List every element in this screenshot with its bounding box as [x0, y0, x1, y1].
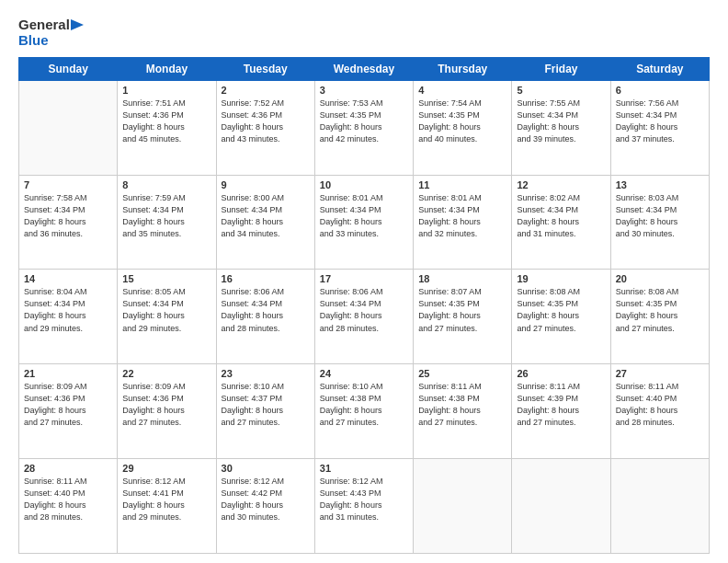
day-number: 29 — [122, 463, 210, 474]
calendar-week-row: 1Sunrise: 7:51 AMSunset: 4:36 PMDaylight… — [19, 80, 710, 175]
table-row: 5Sunrise: 7:55 AMSunset: 4:34 PMDaylight… — [512, 80, 610, 175]
table-row: 27Sunrise: 8:11 AMSunset: 4:40 PMDayligh… — [610, 364, 709, 459]
day-info: Sunrise: 8:04 AMSunset: 4:34 PMDaylight:… — [24, 286, 112, 334]
calendar-week-row: 14Sunrise: 8:04 AMSunset: 4:34 PMDayligh… — [19, 270, 710, 364]
day-info: Sunrise: 7:59 AMSunset: 4:34 PMDaylight:… — [122, 192, 210, 240]
day-info: Sunrise: 8:06 AMSunset: 4:34 PMDaylight:… — [320, 286, 408, 334]
day-number: 30 — [222, 463, 310, 474]
day-number: 20 — [616, 273, 704, 284]
table-row: 29Sunrise: 8:12 AMSunset: 4:41 PMDayligh… — [118, 459, 216, 554]
day-info: Sunrise: 8:12 AMSunset: 4:41 PMDaylight:… — [122, 476, 210, 523]
day-number: 3 — [320, 85, 408, 96]
day-info: Sunrise: 8:07 AMSunset: 4:35 PMDaylight:… — [418, 286, 506, 334]
day-info: Sunrise: 8:05 AMSunset: 4:34 PMDaylight:… — [122, 286, 210, 334]
day-number: 11 — [418, 179, 506, 190]
table-row: 20Sunrise: 8:08 AMSunset: 4:35 PMDayligh… — [610, 270, 709, 364]
table-row — [610, 459, 709, 554]
day-number: 6 — [616, 85, 704, 96]
logo: General Blue — [18, 17, 84, 50]
col-thursday: Thursday — [414, 57, 512, 80]
day-info: Sunrise: 7:55 AMSunset: 4:34 PMDaylight:… — [517, 98, 605, 145]
calendar-table: Sunday Monday Tuesday Wednesday Thursday… — [18, 57, 710, 554]
table-row — [19, 80, 118, 175]
table-row: 8Sunrise: 7:59 AMSunset: 4:34 PMDaylight… — [118, 175, 216, 270]
day-info: Sunrise: 8:11 AMSunset: 4:40 PMDaylight:… — [24, 476, 112, 523]
day-info: Sunrise: 8:11 AMSunset: 4:38 PMDaylight:… — [418, 381, 506, 429]
col-saturday: Saturday — [610, 57, 709, 80]
table-row: 31Sunrise: 8:12 AMSunset: 4:43 PMDayligh… — [314, 459, 413, 554]
table-row: 13Sunrise: 8:03 AMSunset: 4:34 PMDayligh… — [610, 175, 709, 270]
day-number: 26 — [517, 368, 605, 379]
table-row: 21Sunrise: 8:09 AMSunset: 4:36 PMDayligh… — [19, 364, 118, 459]
table-row: 26Sunrise: 8:11 AMSunset: 4:39 PMDayligh… — [512, 364, 610, 459]
day-number: 4 — [418, 85, 506, 96]
table-row: 19Sunrise: 8:08 AMSunset: 4:35 PMDayligh… — [512, 270, 610, 364]
table-row: 6Sunrise: 7:56 AMSunset: 4:34 PMDaylight… — [610, 80, 709, 175]
day-info: Sunrise: 8:12 AMSunset: 4:42 PMDaylight:… — [222, 476, 310, 523]
day-info: Sunrise: 7:54 AMSunset: 4:35 PMDaylight:… — [418, 98, 506, 145]
day-number: 8 — [122, 179, 210, 190]
day-info: Sunrise: 7:51 AMSunset: 4:36 PMDaylight:… — [122, 98, 210, 145]
day-number: 2 — [222, 85, 310, 96]
day-number: 19 — [517, 273, 605, 284]
table-row: 1Sunrise: 7:51 AMSunset: 4:36 PMDaylight… — [118, 80, 216, 175]
table-row: 11Sunrise: 8:01 AMSunset: 4:34 PMDayligh… — [414, 175, 512, 270]
day-number: 25 — [418, 368, 506, 379]
table-row — [414, 459, 512, 554]
col-wednesday: Wednesday — [314, 57, 413, 80]
table-row: 14Sunrise: 8:04 AMSunset: 4:34 PMDayligh… — [19, 270, 118, 364]
table-row: 24Sunrise: 8:10 AMSunset: 4:38 PMDayligh… — [314, 364, 413, 459]
day-info: Sunrise: 7:53 AMSunset: 4:35 PMDaylight:… — [320, 98, 408, 145]
day-info: Sunrise: 8:10 AMSunset: 4:37 PMDaylight:… — [222, 381, 310, 429]
day-number: 21 — [24, 368, 112, 379]
day-number: 1 — [122, 85, 210, 96]
col-sunday: Sunday — [19, 57, 118, 80]
day-number: 27 — [616, 368, 704, 379]
day-info: Sunrise: 8:08 AMSunset: 4:35 PMDaylight:… — [616, 286, 704, 334]
day-number: 9 — [222, 179, 310, 190]
day-number: 18 — [418, 273, 506, 284]
day-info: Sunrise: 8:09 AMSunset: 4:36 PMDaylight:… — [122, 381, 210, 429]
calendar-week-row: 21Sunrise: 8:09 AMSunset: 4:36 PMDayligh… — [19, 364, 710, 459]
calendar-header-row: Sunday Monday Tuesday Wednesday Thursday… — [19, 57, 710, 80]
day-info: Sunrise: 8:11 AMSunset: 4:39 PMDaylight:… — [517, 381, 605, 429]
table-row: 28Sunrise: 8:11 AMSunset: 4:40 PMDayligh… — [19, 459, 118, 554]
table-row — [512, 459, 610, 554]
day-number: 7 — [24, 179, 112, 190]
table-row: 9Sunrise: 8:00 AMSunset: 4:34 PMDaylight… — [216, 175, 314, 270]
day-number: 28 — [24, 463, 112, 474]
table-row: 22Sunrise: 8:09 AMSunset: 4:36 PMDayligh… — [118, 364, 216, 459]
day-info: Sunrise: 8:01 AMSunset: 4:34 PMDaylight:… — [320, 192, 408, 240]
table-row: 7Sunrise: 7:58 AMSunset: 4:34 PMDaylight… — [19, 175, 118, 270]
day-number: 23 — [222, 368, 310, 379]
table-row: 23Sunrise: 8:10 AMSunset: 4:37 PMDayligh… — [216, 364, 314, 459]
calendar-week-row: 28Sunrise: 8:11 AMSunset: 4:40 PMDayligh… — [19, 459, 710, 554]
day-number: 10 — [320, 179, 408, 190]
table-row: 12Sunrise: 8:02 AMSunset: 4:34 PMDayligh… — [512, 175, 610, 270]
table-row: 16Sunrise: 8:06 AMSunset: 4:34 PMDayligh… — [216, 270, 314, 364]
logo-flag-icon — [71, 19, 84, 30]
table-row: 17Sunrise: 8:06 AMSunset: 4:34 PMDayligh… — [314, 270, 413, 364]
day-info: Sunrise: 8:01 AMSunset: 4:34 PMDaylight:… — [418, 192, 506, 240]
day-number: 5 — [517, 85, 605, 96]
day-number: 13 — [616, 179, 704, 190]
day-number: 12 — [517, 179, 605, 190]
day-number: 14 — [24, 273, 112, 284]
table-row: 30Sunrise: 8:12 AMSunset: 4:42 PMDayligh… — [216, 459, 314, 554]
day-info: Sunrise: 8:03 AMSunset: 4:34 PMDaylight:… — [616, 192, 704, 240]
table-row: 2Sunrise: 7:52 AMSunset: 4:36 PMDaylight… — [216, 80, 314, 175]
day-number: 31 — [320, 463, 408, 474]
day-info: Sunrise: 8:10 AMSunset: 4:38 PMDaylight:… — [320, 381, 408, 429]
day-info: Sunrise: 7:52 AMSunset: 4:36 PMDaylight:… — [222, 98, 310, 145]
calendar-week-row: 7Sunrise: 7:58 AMSunset: 4:34 PMDaylight… — [19, 175, 710, 270]
day-number: 16 — [222, 273, 310, 284]
table-row: 4Sunrise: 7:54 AMSunset: 4:35 PMDaylight… — [414, 80, 512, 175]
day-number: 24 — [320, 368, 408, 379]
day-info: Sunrise: 7:56 AMSunset: 4:34 PMDaylight:… — [616, 98, 704, 145]
day-info: Sunrise: 7:58 AMSunset: 4:34 PMDaylight:… — [24, 192, 112, 240]
table-row: 3Sunrise: 7:53 AMSunset: 4:35 PMDaylight… — [314, 80, 413, 175]
day-number: 15 — [122, 273, 210, 284]
day-info: Sunrise: 8:00 AMSunset: 4:34 PMDaylight:… — [222, 192, 310, 240]
day-info: Sunrise: 8:06 AMSunset: 4:34 PMDaylight:… — [222, 286, 310, 334]
day-info: Sunrise: 8:08 AMSunset: 4:35 PMDaylight:… — [517, 286, 605, 334]
